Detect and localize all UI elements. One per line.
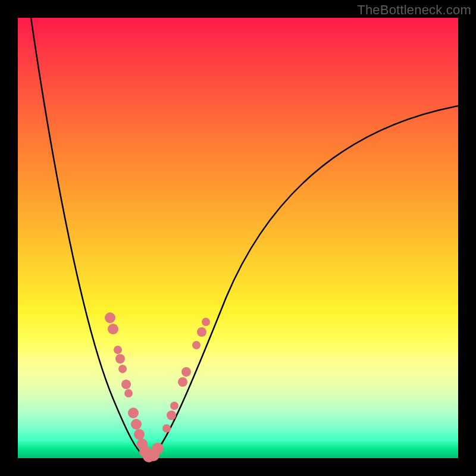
data-marker xyxy=(131,419,142,430)
data-marker xyxy=(181,367,191,377)
data-marker xyxy=(124,389,133,397)
data-marker xyxy=(170,402,178,410)
data-marker xyxy=(152,443,164,455)
markers-group xyxy=(105,312,210,462)
curve-svg xyxy=(18,18,458,458)
watermark-text: TheBottleneck.com xyxy=(357,2,471,18)
data-marker xyxy=(162,424,171,433)
series-right-curve xyxy=(152,106,458,457)
data-marker xyxy=(202,318,210,326)
data-marker xyxy=(118,365,127,373)
data-marker xyxy=(128,408,139,418)
data-marker xyxy=(197,327,206,337)
data-marker xyxy=(178,377,187,387)
data-marker xyxy=(134,429,145,440)
data-marker xyxy=(121,380,131,389)
data-marker xyxy=(105,312,115,323)
data-marker xyxy=(167,411,176,420)
data-marker xyxy=(192,341,201,349)
data-marker xyxy=(115,354,125,364)
plot-area xyxy=(18,18,458,458)
series-group xyxy=(31,18,458,458)
chart-frame: TheBottleneck.com xyxy=(0,0,476,476)
data-marker xyxy=(108,324,118,334)
data-marker xyxy=(114,346,122,354)
